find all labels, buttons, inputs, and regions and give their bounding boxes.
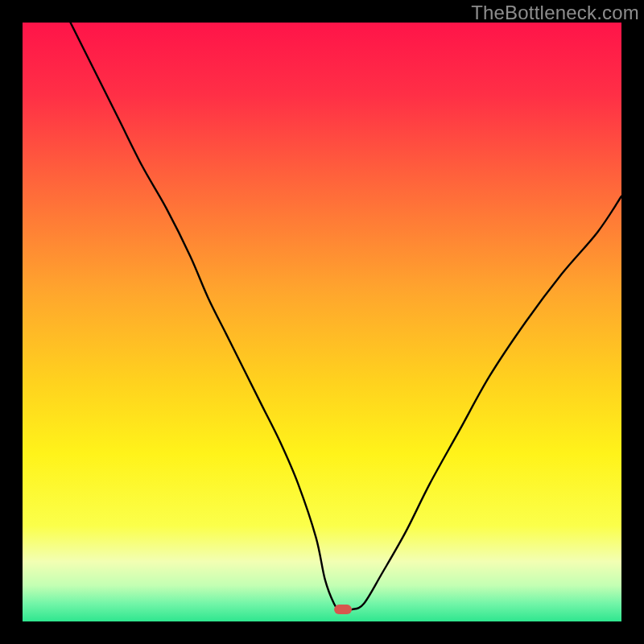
bottleneck-chart — [23, 23, 621, 621]
watermark-text: TheBottleneck.com — [471, 2, 639, 24]
chart-frame — [23, 23, 621, 621]
chart-background — [23, 23, 621, 621]
optimal-marker — [334, 605, 352, 614]
